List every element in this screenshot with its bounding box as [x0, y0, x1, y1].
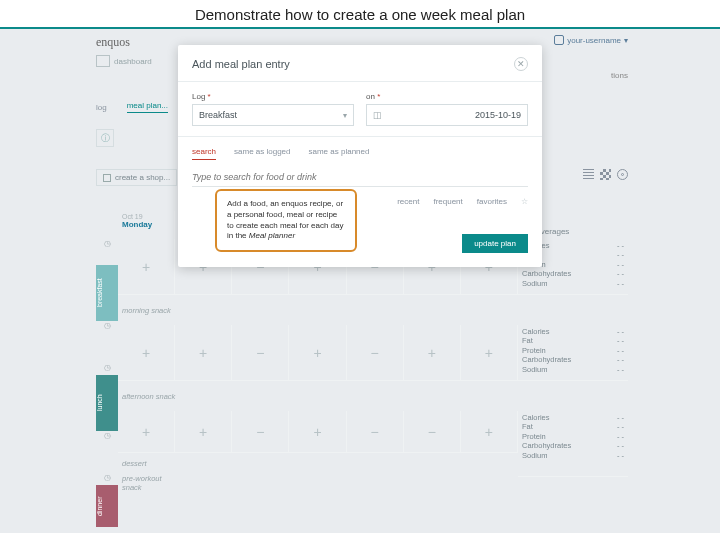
search-input[interactable]	[192, 168, 528, 187]
meal-label-afternoon-snack	[96, 443, 118, 473]
pre-workout-row: pre-workout snack	[118, 473, 518, 493]
brand-logo: enquos	[96, 35, 130, 50]
dessert-row: dessert	[118, 453, 518, 473]
meal-labels-column: ◷ breakfast ◷ ◷ lunch ◷ ◷ dinner	[96, 211, 118, 533]
clock-icon: ◷	[96, 239, 118, 251]
add-meal-button[interactable]: −	[232, 325, 289, 381]
target-view-icon[interactable]	[617, 169, 628, 180]
modal-tab-links: search same as logged same as planned	[192, 147, 528, 160]
afternoon-snack-row: afternoon snack	[118, 381, 518, 411]
day-name: Monday	[122, 220, 152, 229]
divider	[178, 136, 542, 137]
nutrient-block-dinner: Calories- - Fat- - Protein- - Carbohydra…	[518, 411, 628, 477]
add-meal-button[interactable]: +	[289, 325, 346, 381]
user-menu[interactable]: your-username ▾	[554, 35, 628, 45]
add-meal-button[interactable]: +	[404, 325, 461, 381]
info-icon[interactable]: ⓘ	[96, 129, 114, 147]
close-icon[interactable]: ✕	[514, 57, 528, 71]
filter-recent[interactable]: recent	[397, 197, 419, 206]
chevron-down-icon: ▾	[343, 111, 347, 120]
add-meal-button[interactable]: +	[175, 411, 232, 453]
dashboard-link[interactable]: dashboard	[96, 55, 152, 67]
tab-meal-plans[interactable]: meal plan...	[127, 101, 168, 113]
log-value: Breakfast	[199, 110, 237, 120]
filter-favorites[interactable]: favorites	[477, 197, 507, 206]
clock-icon: ◷	[96, 321, 118, 333]
star-icon[interactable]: ☆	[521, 197, 528, 206]
date-value: 2015-10-19	[475, 110, 521, 120]
callout-emphasis: Meal planner	[249, 231, 295, 240]
dashboard-icon	[96, 55, 110, 67]
list-view-icon[interactable]	[583, 169, 594, 180]
add-meal-button[interactable]: +	[461, 411, 518, 453]
clock-icon: ◷	[96, 431, 118, 443]
clock-icon: ◷	[96, 473, 118, 485]
dessert-label: dessert	[118, 459, 179, 468]
avatar-icon	[554, 35, 564, 45]
slide-title: Demonstrate how to create a one week mea…	[0, 0, 720, 27]
on-label: on *	[366, 92, 528, 101]
snack-label: afternoon snack	[118, 392, 179, 401]
day-header-monday[interactable]: Oct 19 Monday	[118, 211, 175, 239]
truncated-tab: tions	[611, 71, 628, 80]
add-meal-button[interactable]: −	[347, 411, 404, 453]
grid-view-icon[interactable]	[600, 169, 611, 180]
add-meal-button[interactable]: +	[175, 325, 232, 381]
morning-snack-row: morning snack	[118, 295, 518, 325]
snack-label: morning snack	[118, 306, 179, 315]
dinner-row: + + − + − − +	[118, 411, 518, 453]
app-background: enquos your-username ▾ dashboard tions l…	[0, 29, 720, 533]
meal-label-dinner: dinner	[96, 485, 118, 527]
clock-icon: ◷	[96, 363, 118, 375]
day-date: Oct 19	[122, 213, 170, 220]
add-meal-button[interactable]: +	[289, 411, 346, 453]
add-meal-button[interactable]: −	[347, 325, 404, 381]
date-input[interactable]: ◫ 2015-10-19	[366, 104, 528, 126]
tab-search[interactable]: search	[192, 147, 216, 160]
add-meal-button[interactable]: +	[118, 325, 175, 381]
list-icon	[103, 174, 111, 182]
add-meal-button[interactable]: +	[118, 411, 175, 453]
instruction-callout: Add a food, an enquos recipe, or a perso…	[215, 189, 357, 252]
filter-frequent[interactable]: frequent	[433, 197, 462, 206]
tab-same-planned[interactable]: same as planned	[309, 147, 370, 160]
lunch-row: + + − + − + +	[118, 325, 518, 381]
dashboard-label: dashboard	[114, 57, 152, 66]
meal-label-breakfast: breakfast	[96, 265, 118, 321]
create-shopping-list-button[interactable]: create a shop...	[96, 169, 177, 186]
log-label: Log *	[192, 92, 354, 101]
meal-label-lunch: lunch	[96, 375, 118, 431]
subnav-tabs: log meal plan...	[96, 101, 168, 113]
shopping-label: create a shop...	[115, 173, 170, 182]
divider	[178, 81, 542, 82]
pre-workout-label: pre-workout snack	[118, 474, 179, 492]
nutrient-block-lunch: Calories- - Fat- - Protein- - Carbohydra…	[518, 325, 628, 381]
add-meal-button[interactable]: −	[404, 411, 461, 453]
add-meal-button[interactable]: −	[232, 411, 289, 453]
update-plan-button[interactable]: update plan	[462, 234, 528, 253]
chevron-down-icon: ▾	[624, 36, 628, 45]
tab-same-logged[interactable]: same as logged	[234, 147, 290, 160]
username: your-username	[567, 36, 621, 45]
modal-title: Add meal plan entry	[192, 58, 290, 70]
meal-label-morning-snack	[96, 333, 118, 363]
tab-log[interactable]: log	[96, 103, 107, 112]
view-toggle-group	[583, 169, 628, 180]
log-select[interactable]: Breakfast ▾	[192, 104, 354, 126]
add-meal-button[interactable]: +	[118, 239, 175, 295]
add-meal-button[interactable]: +	[461, 325, 518, 381]
calendar-icon: ◫	[373, 110, 382, 120]
